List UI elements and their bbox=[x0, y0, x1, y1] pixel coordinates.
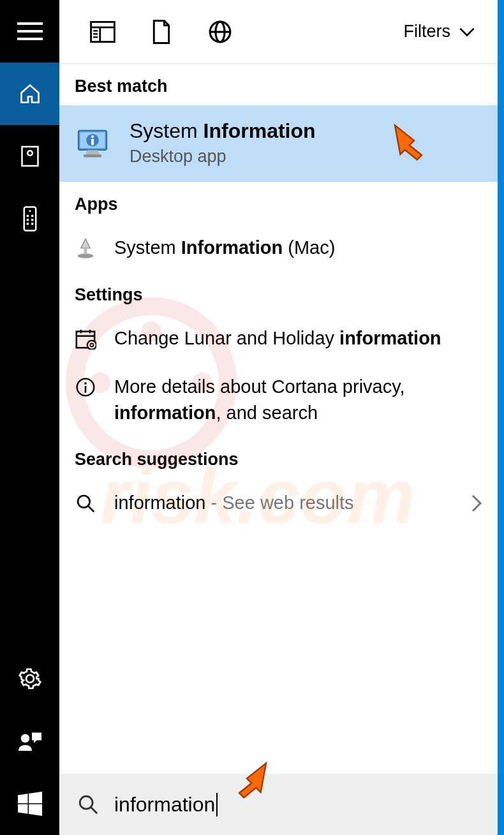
apps-heading: Apps bbox=[59, 182, 498, 223]
svg-point-6 bbox=[29, 210, 31, 212]
devices-button[interactable] bbox=[0, 188, 59, 250]
svg-point-40 bbox=[78, 496, 90, 508]
svg-rect-39 bbox=[85, 386, 87, 393]
system-info-icon bbox=[75, 125, 110, 161]
home-button[interactable] bbox=[0, 63, 59, 125]
filters-dropdown[interactable]: Filters bbox=[404, 22, 484, 41]
start-button[interactable] bbox=[0, 772, 59, 835]
search-input-bar[interactable]: information bbox=[59, 774, 498, 835]
search-icon bbox=[77, 794, 99, 815]
setting-result-label: More details about Cortana privacy, info… bbox=[114, 374, 459, 425]
globe-icon bbox=[208, 20, 232, 44]
hamburger-icon bbox=[17, 22, 43, 40]
svg-point-4 bbox=[27, 151, 33, 156]
svg-rect-28 bbox=[84, 154, 101, 157]
info-icon bbox=[75, 376, 96, 398]
settings-heading: Settings bbox=[59, 272, 498, 314]
filter-toolbar: Filters bbox=[59, 0, 498, 64]
svg-rect-18 bbox=[93, 33, 98, 34]
remote-icon bbox=[23, 206, 37, 232]
gear-icon bbox=[19, 667, 41, 690]
svg-rect-14 bbox=[91, 22, 115, 41]
filter-apps-button[interactable] bbox=[73, 0, 132, 63]
app-result-label: System Information (Mac) bbox=[114, 235, 335, 261]
svg-rect-17 bbox=[93, 30, 98, 31]
document-icon bbox=[152, 20, 171, 44]
svg-rect-1 bbox=[17, 30, 43, 33]
filter-documents-button[interactable] bbox=[132, 0, 191, 63]
svg-rect-30 bbox=[84, 248, 87, 255]
svg-rect-7 bbox=[26, 215, 28, 217]
settings-button[interactable] bbox=[0, 647, 59, 710]
annotation-arrow-icon bbox=[232, 758, 270, 803]
svg-point-38 bbox=[84, 382, 87, 385]
app-result[interactable]: System Information (Mac) bbox=[59, 223, 498, 272]
svg-line-41 bbox=[88, 506, 94, 512]
app-icon bbox=[90, 21, 115, 43]
best-match-subtitle: Desktop app bbox=[130, 147, 316, 166]
feedback-button[interactable] bbox=[0, 710, 59, 772]
web-suggestion[interactable]: information - See web results bbox=[59, 478, 498, 528]
mac-app-icon bbox=[75, 237, 96, 259]
home-icon bbox=[19, 82, 41, 105]
search-icon bbox=[75, 492, 96, 514]
menu-button[interactable] bbox=[0, 0, 59, 63]
svg-point-13 bbox=[20, 734, 29, 743]
feedback-icon bbox=[19, 730, 41, 752]
svg-point-26 bbox=[91, 135, 94, 138]
calendar-settings-icon bbox=[75, 328, 96, 350]
windows-icon bbox=[18, 792, 42, 816]
svg-rect-2 bbox=[17, 38, 43, 40]
svg-rect-12 bbox=[31, 223, 33, 225]
svg-line-43 bbox=[91, 807, 97, 813]
svg-rect-9 bbox=[26, 219, 28, 221]
svg-point-35 bbox=[87, 340, 96, 349]
svg-rect-27 bbox=[91, 139, 94, 145]
setting-result-label: Change Lunar and Holiday information bbox=[114, 325, 441, 351]
notebook-button[interactable] bbox=[0, 125, 59, 188]
setting-result-calendar[interactable]: Change Lunar and Holiday information bbox=[59, 314, 498, 363]
best-match-title: System Information bbox=[130, 119, 316, 143]
svg-rect-8 bbox=[31, 215, 33, 217]
annotation-arrow-icon bbox=[391, 121, 429, 165]
svg-point-42 bbox=[80, 796, 93, 809]
notebook-icon bbox=[20, 145, 40, 168]
svg-rect-19 bbox=[93, 36, 98, 38]
best-match-heading: Best match bbox=[59, 64, 498, 105]
search-input-value: information bbox=[114, 793, 218, 817]
filter-web-button[interactable] bbox=[191, 0, 249, 63]
chevron-right-icon bbox=[471, 494, 482, 513]
cortana-sidebar bbox=[0, 0, 59, 835]
web-suggestion-label: information - See web results bbox=[114, 490, 354, 516]
filters-label: Filters bbox=[404, 22, 451, 41]
svg-rect-0 bbox=[17, 22, 43, 25]
svg-rect-11 bbox=[26, 223, 28, 225]
setting-result-cortana[interactable]: More details about Cortana privacy, info… bbox=[59, 362, 498, 437]
best-match-result[interactable]: System Information Desktop app bbox=[59, 105, 498, 182]
search-results-panel: Filters Best match System Informatio bbox=[59, 0, 504, 835]
suggestions-heading: Search suggestions bbox=[59, 437, 498, 478]
chevron-down-icon bbox=[458, 27, 476, 37]
svg-rect-10 bbox=[31, 219, 33, 221]
